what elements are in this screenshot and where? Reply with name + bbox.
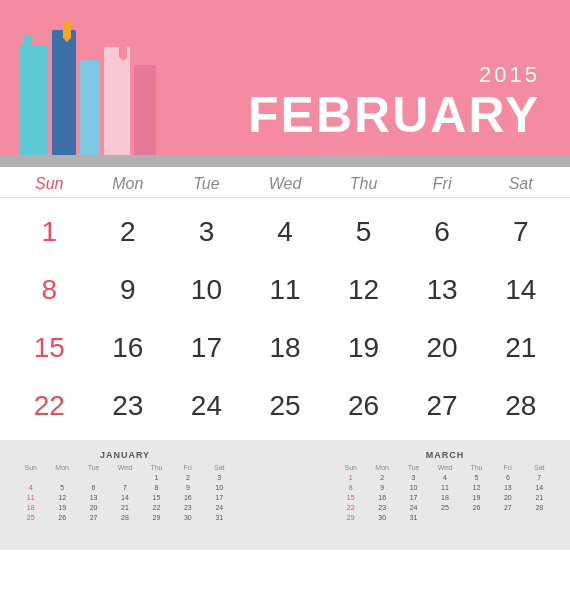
cal-day-20[interactable]: 20 [403,324,482,372]
mini-cal-march-grid: 1 2 3 4 5 6 7 8 9 10 11 12 13 14 15 16 1… [335,473,555,522]
cal-day-2[interactable]: 2 [89,208,168,256]
cal-day-1[interactable]: 1 [10,208,89,256]
calendar-header: 2015 FEBRUARY [0,0,570,155]
mini-jan-tue: Tue [78,464,109,471]
mini-jan-mon: Mon [46,464,77,471]
day-headers-row: Sun Mon Tue Wed Thu Fri Sat [0,167,570,198]
cal-day-25[interactable]: 25 [246,382,325,430]
mini-jan-thu: Thu [141,464,172,471]
cal-day-8[interactable]: 8 [10,266,89,314]
book-5 [134,65,156,155]
day-header-sun: Sun [10,175,89,193]
mini-cal-march-title: MARCH [335,450,555,460]
mini-cal-january-headers: Sun Mon Tue Wed Thu Fri Sat [15,464,235,471]
day-header-mon: Mon [89,175,168,193]
day-header-tue: Tue [167,175,246,193]
cal-day-18[interactable]: 18 [246,324,325,372]
footer: JANUARY Sun Mon Tue Wed Thu Fri Sat 1 2 … [0,440,570,550]
mini-cal-march: MARCH Sun Mon Tue Wed Thu Fri Sat 1 2 3 … [335,450,555,540]
mini-mar-mon: Mon [366,464,397,471]
day-header-sat: Sat [481,175,560,193]
mini-jan-fri: Fri [172,464,203,471]
mini-mar-wed: Wed [429,464,460,471]
cal-day-17[interactable]: 17 [167,324,246,372]
cal-day-19[interactable]: 19 [324,324,403,372]
cal-day-14[interactable]: 14 [481,266,560,314]
month-label: FEBRUARY [248,90,540,140]
book-3 [80,60,100,155]
mini-cal-january: JANUARY Sun Mon Tue Wed Thu Fri Sat 1 2 … [15,450,235,540]
mini-cal-march-headers: Sun Mon Tue Wed Thu Fri Sat [335,464,555,471]
books-decoration [20,30,156,155]
year-label: 2015 [248,62,540,88]
day-header-wed: Wed [246,175,325,193]
cal-day-3[interactable]: 3 [167,208,246,256]
cal-day-12[interactable]: 12 [324,266,403,314]
book-4 [104,47,130,155]
cal-day-15[interactable]: 15 [10,324,89,372]
cal-day-26[interactable]: 26 [324,382,403,430]
bookmark-1 [24,35,32,55]
cal-day-27[interactable]: 27 [403,382,482,430]
mini-mar-sun: Sun [335,464,366,471]
cal-day-10[interactable]: 10 [167,266,246,314]
cal-day-28[interactable]: 28 [481,382,560,430]
mini-cal-january-title: JANUARY [15,450,235,460]
cal-day-24[interactable]: 24 [167,382,246,430]
mini-jan-wed: Wed [109,464,140,471]
main-calendar-grid: 1 2 3 4 5 6 7 8 9 10 11 12 13 14 15 16 1… [0,198,570,440]
cal-day-4[interactable]: 4 [246,208,325,256]
cal-day-6[interactable]: 6 [403,208,482,256]
mini-mar-fri: Fri [492,464,523,471]
mini-jan-sat: Sat [204,464,235,471]
mini-mar-sat: Sat [524,464,555,471]
cal-day-13[interactable]: 13 [403,266,482,314]
cal-day-5[interactable]: 5 [324,208,403,256]
cal-day-16[interactable]: 16 [89,324,168,372]
book-1 [20,45,48,155]
cal-day-23[interactable]: 23 [89,382,168,430]
bookmark-2 [63,22,71,42]
bookmark-3 [119,41,127,61]
header-text: 2015 FEBRUARY [248,62,540,140]
mini-jan-sun: Sun [15,464,46,471]
cal-day-7[interactable]: 7 [481,208,560,256]
day-header-fri: Fri [403,175,482,193]
cal-day-21[interactable]: 21 [481,324,560,372]
book-2 [52,30,76,155]
cal-day-9[interactable]: 9 [89,266,168,314]
mini-cal-january-grid: 1 2 3 4 5 6 7 8 9 10 11 12 13 14 15 16 1… [15,473,235,522]
cal-day-11[interactable]: 11 [246,266,325,314]
mini-mar-tue: Tue [398,464,429,471]
gray-divider [0,155,570,167]
mini-mar-thu: Thu [461,464,492,471]
cal-day-22[interactable]: 22 [10,382,89,430]
day-header-thu: Thu [324,175,403,193]
